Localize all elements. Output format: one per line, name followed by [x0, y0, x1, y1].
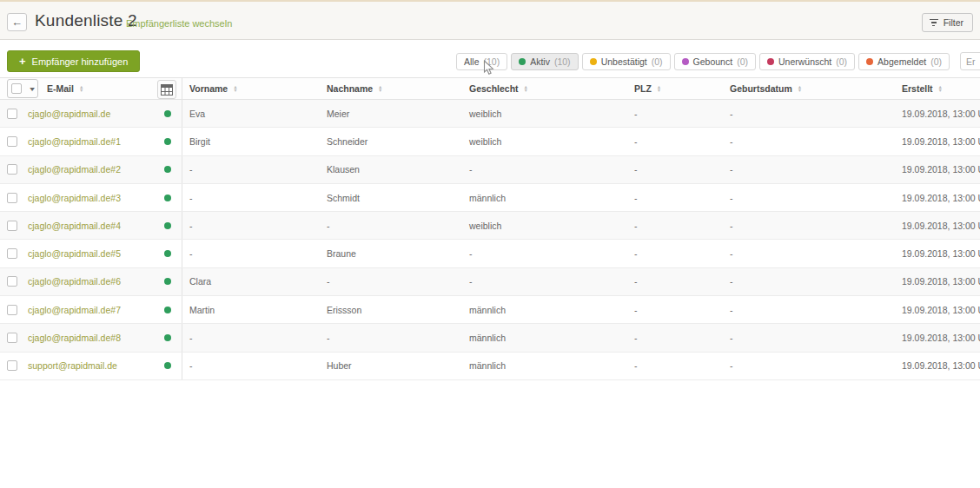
row-checkbox[interactable]	[7, 221, 17, 231]
filter-button[interactable]: Filter	[922, 13, 973, 32]
cell-plz: -	[627, 360, 723, 371]
active-status-dot-icon	[164, 110, 171, 117]
cell-vorname: -	[182, 248, 320, 259]
sort-icon[interactable]	[79, 85, 83, 92]
cell-nachname: Huber	[320, 360, 462, 371]
email-cell: cjaglo@rapidmail.de	[0, 100, 182, 127]
select-all-checkbox[interactable]	[11, 83, 22, 94]
row-checkbox[interactable]	[7, 305, 17, 315]
table-row: support@rapidmail.de - Huber männlich - …	[0, 353, 980, 380]
table-row: cjaglo@rapidmail.de#6 Clara - - - - 19.0…	[0, 268, 980, 296]
sort-icon[interactable]	[233, 85, 237, 92]
recipient-list-screen: ← Kundenliste 2 Empfängerliste wechseln …	[0, 0, 980, 488]
row-checkbox[interactable]	[7, 164, 17, 175]
back-button[interactable]: ←	[7, 13, 27, 31]
row-checkbox[interactable]	[7, 248, 17, 259]
status-filter-pill-unbestätigt[interactable]: Unbestätigt (0)	[582, 53, 671, 70]
sort-icon[interactable]	[378, 85, 382, 92]
row-checkbox[interactable]	[7, 276, 17, 287]
cell-erstellt: 19.09.2018, 13:00 Uhr	[895, 109, 980, 119]
filter-button-label: Filter	[944, 17, 963, 28]
cell-erstellt: 19.09.2018, 13:00 Uhr	[895, 164, 980, 175]
table-row: cjaglo@rapidmail.de#2 - Klausen - - - 19…	[0, 156, 980, 184]
cell-erstellt: 19.09.2018, 13:00 Uhr	[895, 221, 980, 231]
cell-nachname: Schneider	[320, 136, 462, 147]
cell-nachname: Erissson	[320, 305, 462, 315]
recipient-table: ▾ E-Mail Vorname	[0, 77, 980, 380]
active-status-dot-icon	[164, 362, 171, 369]
table-grid-icon	[161, 84, 173, 96]
add-recipient-label: Empfänger hinzufügen	[32, 56, 129, 67]
sort-icon[interactable]	[938, 85, 943, 92]
cell-nachname: -	[320, 333, 462, 343]
row-checkbox[interactable]	[7, 136, 17, 147]
cell-geschlecht: weiblich	[462, 109, 627, 119]
cell-vorname: Clara	[182, 276, 320, 287]
active-status-dot-icon	[164, 307, 171, 313]
table-row: cjaglo@rapidmail.de Eva Meier weiblich -…	[0, 100, 980, 128]
cell-vorname: Martin	[182, 305, 320, 315]
select-all-dropdown[interactable]: ▾	[7, 79, 38, 98]
cell-vorname: -	[182, 193, 320, 203]
add-recipient-button[interactable]: + Empfänger hinzufügen	[7, 50, 140, 72]
cell-geschlecht: männlich	[462, 305, 627, 315]
row-email-link[interactable]: support@rapidmail.de	[28, 360, 117, 371]
cell-geschlecht: -	[462, 276, 627, 287]
sort-icon[interactable]	[657, 85, 661, 92]
row-email-link[interactable]: cjaglo@rapidmail.de#3	[28, 193, 121, 203]
cell-erstellt: 19.09.2018, 13:00 Uhr	[895, 360, 980, 371]
row-checkbox[interactable]	[7, 109, 17, 119]
cell-plz: -	[627, 305, 723, 315]
row-email-link[interactable]: cjaglo@rapidmail.de	[28, 109, 110, 119]
page-title: Kundenliste 2	[35, 11, 137, 30]
cell-nachname: Klausen	[320, 164, 462, 175]
cell-erstellt: 19.09.2018, 13:00 Uhr	[895, 305, 980, 315]
email-cell: cjaglo@rapidmail.de#7	[0, 296, 182, 323]
cell-nachname: -	[320, 221, 462, 231]
row-email-link[interactable]: cjaglo@rapidmail.de#2	[28, 164, 121, 175]
cell-plz: -	[627, 333, 723, 343]
active-status-dot-icon	[164, 250, 171, 257]
cell-geburtsdatum: -	[723, 333, 895, 343]
status-filter-pill-aktiv[interactable]: Aktiv (10)	[511, 53, 578, 70]
status-filter-pill-abgemeldet[interactable]: Abgemeldet (0)	[858, 53, 950, 70]
row-checkbox[interactable]	[7, 193, 17, 203]
row-email-link[interactable]: cjaglo@rapidmail.de#8	[28, 333, 121, 343]
column-settings-button[interactable]	[157, 80, 176, 99]
active-status-dot-icon	[164, 334, 171, 341]
row-email-link[interactable]: cjaglo@rapidmail.de#7	[28, 305, 121, 315]
column-header-geschlecht: Geschlecht	[462, 83, 627, 94]
cell-erstellt: 19.09.2018, 13:00 Uhr	[895, 333, 980, 343]
table-header-row: ▾ E-Mail Vorname	[0, 77, 980, 100]
chevron-down-icon: ▾	[30, 85, 35, 93]
row-email-link[interactable]: cjaglo@rapidmail.de#6	[28, 276, 121, 287]
email-cell: support@rapidmail.de	[0, 353, 182, 379]
status-filter-pill-unerwünscht[interactable]: Unerwünscht (0)	[759, 53, 855, 70]
active-status-dot-icon	[164, 138, 171, 145]
row-email-link[interactable]: cjaglo@rapidmail.de#1	[28, 136, 121, 147]
status-filter-group: Alle (10) Aktiv (10) Unbestätigt (0) Geb…	[456, 52, 980, 70]
sort-icon[interactable]	[524, 85, 528, 92]
status-filter-pill-alle[interactable]: Alle (10)	[456, 53, 507, 70]
column-header-plz: PLZ	[627, 83, 723, 94]
table-row: cjaglo@rapidmail.de#8 - - männlich - - 1…	[0, 324, 980, 352]
search-input[interactable]	[960, 52, 980, 70]
row-email-link[interactable]: cjaglo@rapidmail.de#4	[28, 221, 121, 231]
cell-vorname: Birgit	[182, 136, 320, 147]
table-body: cjaglo@rapidmail.de Eva Meier weiblich -…	[0, 100, 980, 380]
cell-plz: -	[627, 193, 723, 203]
topbar: ← Kundenliste 2 Empfängerliste wechseln …	[0, 2, 980, 40]
status-dot-icon	[767, 58, 774, 65]
column-header-geburtsdatum: Geburtsdatum	[723, 83, 895, 94]
row-checkbox[interactable]	[7, 360, 17, 371]
status-filter-pill-gebounct[interactable]: Gebounct (0)	[674, 53, 756, 70]
cell-geburtsdatum: -	[723, 221, 895, 231]
cell-vorname: -	[182, 221, 320, 231]
plus-icon: +	[19, 56, 26, 67]
row-checkbox[interactable]	[7, 333, 17, 343]
switch-recipient-list-link[interactable]: Empfängerliste wechseln	[126, 18, 232, 29]
cell-geburtsdatum: -	[723, 109, 895, 119]
sort-icon[interactable]	[798, 85, 802, 92]
row-email-link[interactable]: cjaglo@rapidmail.de#5	[28, 248, 121, 259]
email-cell: cjaglo@rapidmail.de#3	[0, 184, 182, 211]
